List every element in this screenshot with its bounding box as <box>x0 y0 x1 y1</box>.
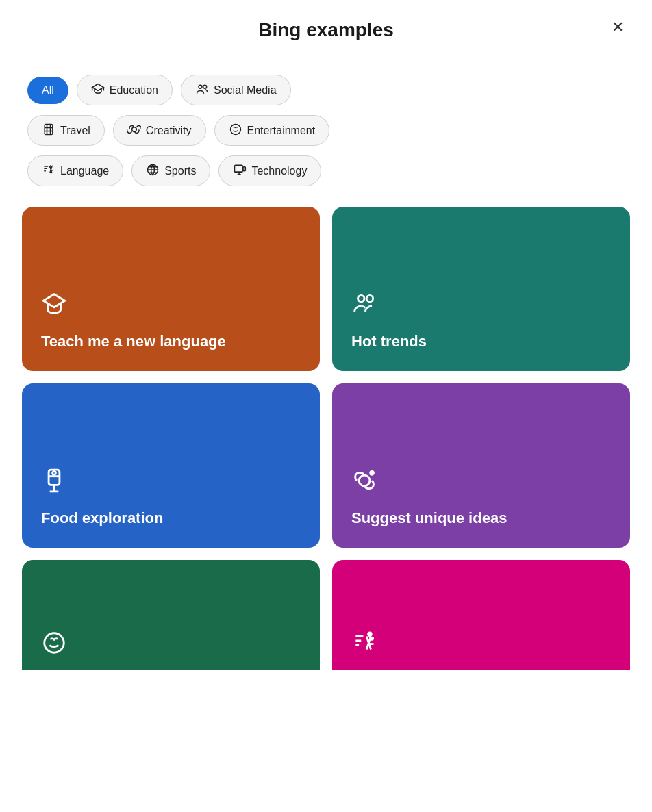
filter-social-media[interactable]: Social Media <box>181 75 291 105</box>
filter-row-2: Travel Creativity <box>27 115 625 146</box>
svg-point-4 <box>230 125 240 135</box>
education-icon <box>91 82 105 98</box>
filter-language-label: Language <box>60 165 109 177</box>
svg-point-14 <box>371 472 374 475</box>
social-media-icon <box>195 82 209 98</box>
card-teach-language-icon <box>41 291 301 332</box>
entertainment-icon <box>229 123 242 138</box>
svg-point-10 <box>366 296 373 303</box>
svg-point-9 <box>358 296 365 303</box>
svg-point-12 <box>53 472 56 475</box>
svg-point-16 <box>368 633 372 636</box>
card-suggest-ideas-title: Suggest unique ideas <box>351 509 611 529</box>
close-button[interactable]: ✕ <box>605 15 630 40</box>
svg-point-1 <box>203 85 207 88</box>
card-hot-trends[interactable]: Hot trends <box>332 207 630 371</box>
filter-education-label: Education <box>110 84 158 97</box>
svg-point-13 <box>359 475 370 486</box>
card-suggest-ideas[interactable]: Suggest unique ideas <box>332 383 630 548</box>
card-suggest-ideas-icon <box>351 468 611 509</box>
card-food-exploration-icon <box>41 468 301 509</box>
svg-text:Aⁱ: Aⁱ <box>49 164 53 168</box>
card-food-exploration[interactable]: Food exploration <box>22 383 320 548</box>
filter-language[interactable]: Aⁱ Language <box>27 155 123 186</box>
filter-entertainment-label: Entertainment <box>247 125 316 137</box>
filter-row-3: Aⁱ Language Sports <box>27 155 625 186</box>
modal-header: Bing examples ✕ <box>0 0 652 55</box>
technology-icon <box>233 163 247 179</box>
svg-rect-7 <box>235 165 243 172</box>
filter-section: All Education Social Media <box>0 55 652 200</box>
card-6[interactable] <box>332 560 630 670</box>
filter-social-media-label: Social Media <box>214 84 277 97</box>
filter-sports-label: Sports <box>164 165 196 177</box>
card-5[interactable] <box>22 560 320 670</box>
close-icon: ✕ <box>612 18 624 36</box>
filter-education[interactable]: Education <box>77 75 173 105</box>
filter-creativity[interactable]: Creativity <box>113 115 206 146</box>
filter-creativity-label: Creativity <box>146 125 192 137</box>
svg-rect-8 <box>243 167 245 171</box>
filter-travel-label: Travel <box>60 125 90 137</box>
creativity-icon <box>127 123 141 138</box>
svg-point-17 <box>371 637 373 639</box>
travel-icon <box>42 123 55 138</box>
filter-technology[interactable]: Technology <box>218 155 321 186</box>
svg-point-0 <box>199 85 202 88</box>
svg-point-3 <box>132 127 137 132</box>
page-title: Bing examples <box>258 19 394 41</box>
filter-entertainment[interactable]: Entertainment <box>214 115 330 146</box>
card-5-icon <box>41 630 301 659</box>
filter-travel[interactable]: Travel <box>27 115 105 146</box>
card-food-exploration-title: Food exploration <box>41 509 301 529</box>
filter-all-label: All <box>42 84 54 97</box>
card-6-icon <box>351 630 611 659</box>
card-teach-language-title: Teach me a new language <box>41 332 301 352</box>
filter-technology-label: Technology <box>251 165 307 177</box>
svg-rect-2 <box>45 125 53 135</box>
filter-all[interactable]: All <box>27 77 68 104</box>
card-hot-trends-icon <box>351 291 611 332</box>
filter-sports[interactable]: Sports <box>131 155 210 186</box>
language-icon: Aⁱ <box>42 163 55 179</box>
card-teach-language[interactable]: Teach me a new language <box>22 207 320 371</box>
card-hot-trends-title: Hot trends <box>351 332 611 352</box>
filter-row-1: All Education Social Media <box>27 75 625 105</box>
sports-icon <box>146 163 160 179</box>
svg-point-15 <box>45 633 64 653</box>
cards-section: Teach me a new language Hot trends Food … <box>0 200 652 692</box>
